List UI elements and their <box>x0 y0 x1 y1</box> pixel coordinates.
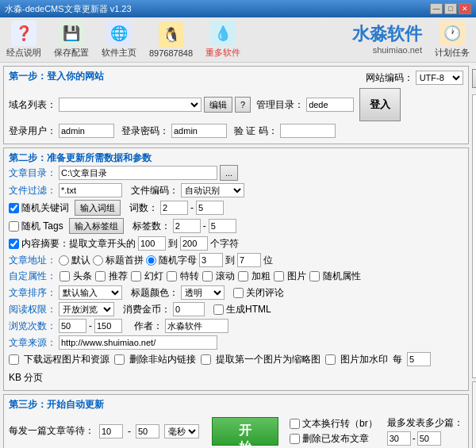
attr-head-check[interactable] <box>60 271 70 281</box>
author-input[interactable] <box>165 319 228 333</box>
tag-count-min-input[interactable] <box>173 219 201 233</box>
tag-count-max-input[interactable] <box>209 219 236 233</box>
update-button[interactable]: 💧 重多软件 <box>205 21 240 59</box>
max-articles-min-input[interactable] <box>387 431 411 446</box>
max-articles-label: 最多发表多少篇： <box>387 416 463 430</box>
extract-from-input[interactable] <box>138 236 166 251</box>
close-button[interactable]: ✕ <box>459 3 471 14</box>
maximize-button[interactable]: □ <box>444 3 457 14</box>
attr-special-check[interactable] <box>167 271 177 281</box>
domain-label: 域名列表： <box>9 98 56 112</box>
url-default-label: 默认 <box>71 254 90 267</box>
admin-dir-input[interactable] <box>306 98 354 112</box>
comment-check[interactable] <box>233 288 244 298</box>
url-random-radio[interactable] <box>146 255 156 266</box>
brand-name: 水淼软件 <box>352 24 422 44</box>
brand-url: shuimiao.net <box>352 45 422 56</box>
random-tags-check[interactable] <box>9 221 19 232</box>
watermark-check[interactable] <box>325 354 336 365</box>
read-list-button[interactable]: 读取栏目列表 <box>472 69 476 88</box>
help-button[interactable]: ❓ 经点说明 <box>6 21 41 59</box>
attr-rand-label: 随机属性 <box>323 270 361 283</box>
input-tags-button[interactable]: 输入标签组 <box>69 218 124 234</box>
left-panel: 第一步：登入你的网站 网站编码： UTF-8 GBK 域名列表： 编辑 ? 管理… <box>3 66 469 448</box>
max-articles-max-input[interactable] <box>417 431 441 446</box>
encoding-select[interactable]: UTF-8 GBK <box>416 71 463 85</box>
view-count-max-input[interactable] <box>94 319 122 333</box>
interval-min-input[interactable] <box>99 424 123 438</box>
help-icon: ❓ <box>11 21 36 46</box>
browse-button[interactable]: ... <box>220 165 238 181</box>
attr-bold-check[interactable] <box>238 271 248 281</box>
filter-input[interactable] <box>59 183 122 197</box>
toolbar: ❓ 经点说明 💾 保存配置 🌐 软件主页 🐧 897687848 💧 重多软件 … <box>0 17 476 63</box>
color-select[interactable]: 透明 <box>181 285 225 300</box>
interval-max-input[interactable] <box>136 424 159 438</box>
step3-section: 第三步：开始自动更新 每发一篇文章等待： - 毫秒 秒 开始发布 <box>3 394 469 448</box>
download-images-label: 下载远程图片和资源 <box>24 353 109 366</box>
schedule-button[interactable]: 🕐 计划任务 <box>435 21 470 59</box>
source-input[interactable] <box>59 335 217 350</box>
password-input[interactable] <box>171 124 227 138</box>
watermark-size-input[interactable] <box>407 352 431 366</box>
save-config-button[interactable]: 💾 保存配置 <box>54 21 89 59</box>
url-default-radio[interactable] <box>59 255 69 266</box>
random-keyword-label: 随机关键词 <box>21 201 69 215</box>
remove-links-check[interactable] <box>114 354 125 365</box>
encoding-label: 网站编码： <box>366 71 413 85</box>
gen-html-check[interactable] <box>213 304 224 315</box>
thumb-check[interactable] <box>201 354 211 365</box>
extract-content-check[interactable] <box>9 239 19 249</box>
home-button[interactable]: 🌐 软件主页 <box>102 21 136 59</box>
interval-unit-select[interactable]: 毫秒 秒 <box>164 424 199 438</box>
admin-dir-label: 管理目录： <box>256 98 304 112</box>
url-max-input[interactable] <box>237 253 261 267</box>
publish-button[interactable]: 开始发布 <box>212 417 278 446</box>
url-title-radio[interactable] <box>93 255 103 266</box>
username-input[interactable] <box>59 124 114 138</box>
sort-select[interactable]: 默认输入 <box>59 285 122 300</box>
extract-to-input[interactable] <box>180 236 208 251</box>
extract-unit: 个字符 <box>210 237 239 251</box>
minimize-button[interactable]: — <box>430 3 443 14</box>
attr-glow-check[interactable] <box>131 271 141 281</box>
attr-special-label: 特转 <box>180 270 199 283</box>
thumb-label: 提取第一个图片为缩略图 <box>216 353 321 366</box>
domain-help-button[interactable]: ? <box>235 97 251 113</box>
article-dir-input[interactable] <box>59 166 217 180</box>
url-min-input[interactable] <box>199 253 223 267</box>
title-bar: 水淼-dedeCMS文章更新器 v1.23 — □ ✕ <box>0 0 476 17</box>
verify-input[interactable] <box>280 124 336 138</box>
password-label: 登录密码： <box>121 124 169 138</box>
wrap-text-label: 文本换行转（br） <box>302 417 378 431</box>
download-images-check[interactable] <box>9 354 19 365</box>
edit-domain-button[interactable]: 编辑 <box>204 97 232 113</box>
read-limit-select[interactable]: 开放浏览 <box>59 302 114 316</box>
attr-pics-check[interactable] <box>274 271 284 281</box>
window-controls: — □ ✕ <box>430 3 471 14</box>
article-url-label: 文章地址： <box>9 254 56 267</box>
verify-label: 验 证 码： <box>234 124 278 138</box>
login-button[interactable]: 登入 <box>359 88 401 121</box>
count-min-input[interactable] <box>160 201 188 215</box>
right-bottom-panel: 发完自动刷新栏目 包括刷新主页HTML 每发一篇同步刷新 立即刷新 <box>472 381 476 448</box>
domain-select[interactable] <box>59 98 202 112</box>
skip-published-check[interactable] <box>290 434 300 444</box>
qq-button[interactable]: 🐧 897687848 <box>149 22 193 58</box>
attr-rand-check[interactable] <box>309 271 320 281</box>
color-label: 标题颜色： <box>131 286 178 300</box>
source-label: 文章来源： <box>9 336 56 350</box>
step2-label: 第二步：准备更新所需数据和参数 <box>9 152 152 163</box>
wrap-text-check[interactable] <box>290 419 300 429</box>
file-encoding-select[interactable]: 自动识别 UTF-8 GBK <box>181 183 244 197</box>
watermark-unit-label: KB 分页 <box>9 371 43 385</box>
view-count-min-input[interactable] <box>59 319 86 333</box>
extract-content-label: 内容摘要：提取文章开头的 <box>21 237 136 251</box>
gold-input[interactable] <box>173 302 205 316</box>
random-keyword-check[interactable] <box>9 203 19 213</box>
input-group-button[interactable]: 输入词组 <box>75 200 121 216</box>
count-max-input[interactable] <box>196 201 224 215</box>
main-window: ❓ 经点说明 💾 保存配置 🌐 软件主页 🐧 897687848 💧 重多软件 … <box>0 17 476 448</box>
attr-recommend-check[interactable] <box>95 271 106 281</box>
attr-scroll-check[interactable] <box>202 271 213 281</box>
